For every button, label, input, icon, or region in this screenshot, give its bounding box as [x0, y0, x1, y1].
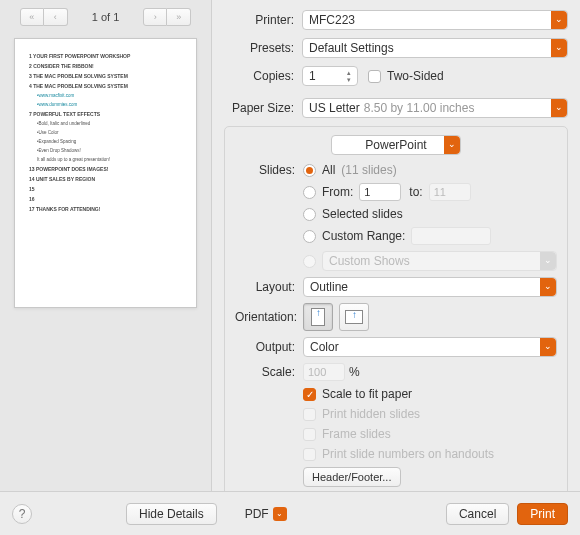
presets-label: Presets: [224, 41, 302, 55]
first-page-button[interactable]: « [20, 8, 44, 26]
cancel-button[interactable]: Cancel [446, 503, 509, 525]
copies-label: Copies: [224, 69, 302, 83]
presets-select[interactable]: Default Settings [302, 38, 568, 58]
print-hidden-checkbox [303, 408, 316, 421]
slides-from-input[interactable]: 1 [359, 183, 401, 201]
app-options-panel: PowerPoint Slides: All (11 slides) From:… [224, 126, 568, 491]
print-numbers-checkbox [303, 448, 316, 461]
layout-select[interactable]: Outline [303, 277, 557, 297]
preview-pane: « ‹ 1 of 1 › » 1 YOUR FIRST POWERPOINT W… [0, 0, 212, 491]
chevron-down-icon: ⌄ [273, 507, 287, 521]
output-select[interactable]: Color [303, 337, 557, 357]
slides-custom-input[interactable] [411, 227, 491, 245]
dialog-footer: ? Hide Details PDF⌄ Cancel Print [0, 491, 580, 535]
copies-stepper[interactable]: 1▴▾ [302, 66, 358, 86]
output-label: Output: [235, 340, 303, 354]
scale-label: Scale: [235, 365, 303, 379]
custom-shows-radio [303, 255, 316, 268]
two-sided-checkbox[interactable] [368, 70, 381, 83]
slides-label: Slides: [235, 163, 303, 177]
prev-page-button[interactable]: ‹ [44, 8, 68, 26]
pager: « ‹ 1 of 1 › » [0, 0, 211, 34]
page-preview: 1 YOUR FIRST POWERPOINT WORKSHOP2 CONSID… [14, 38, 197, 308]
print-button[interactable]: Print [517, 503, 568, 525]
slides-from-radio[interactable] [303, 186, 316, 199]
scale-to-fit-checkbox[interactable]: ✓ [303, 388, 316, 401]
pager-label: 1 of 1 [92, 11, 120, 23]
hide-details-button[interactable]: Hide Details [126, 503, 217, 525]
help-button[interactable]: ? [12, 504, 32, 524]
next-page-button[interactable]: › [143, 8, 167, 26]
slides-custom-radio[interactable] [303, 230, 316, 243]
header-footer-button[interactable]: Header/Footer... [303, 467, 401, 487]
two-sided-label: Two-Sided [387, 69, 444, 83]
slides-to-input[interactable]: 11 [429, 183, 471, 201]
orientation-landscape-button[interactable]: ↑ [339, 303, 369, 331]
paper-size-select[interactable]: US Letter8.50 by 11.00 inches [302, 98, 568, 118]
layout-label: Layout: [235, 280, 303, 294]
printer-label: Printer: [224, 13, 302, 27]
orientation-label: Orientation: [235, 310, 303, 324]
app-select[interactable]: PowerPoint [331, 135, 461, 155]
slides-all-radio[interactable] [303, 164, 316, 177]
pdf-menu-button[interactable]: PDF⌄ [245, 507, 287, 521]
orientation-portrait-button[interactable]: ↑ [303, 303, 333, 331]
custom-shows-select: Custom Shows [322, 251, 557, 271]
slides-selected-radio[interactable] [303, 208, 316, 221]
frame-slides-checkbox [303, 428, 316, 441]
paper-size-label: Paper Size: [224, 101, 302, 115]
scale-input: 100 [303, 363, 345, 381]
settings-pane: Printer: MFC223 Presets: Default Setting… [212, 0, 580, 491]
printer-select[interactable]: MFC223 [302, 10, 568, 30]
last-page-button[interactable]: » [167, 8, 191, 26]
